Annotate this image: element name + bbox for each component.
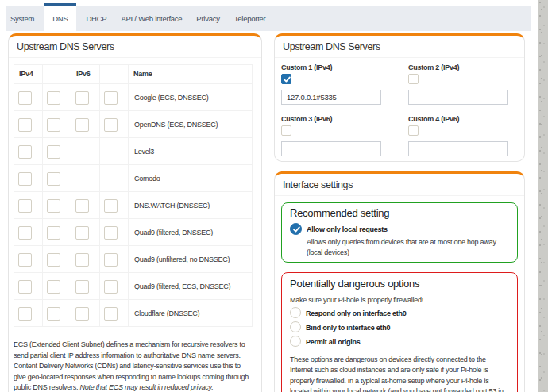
col-header-ipv6: IPv6 bbox=[71, 65, 100, 84]
tab-teleporter[interactable]: Teleporter bbox=[230, 6, 270, 31]
ipv4-checkbox[interactable] bbox=[18, 226, 32, 240]
ipv6-checkbox[interactable] bbox=[75, 118, 89, 132]
tab-system[interactable]: System bbox=[6, 6, 38, 31]
panel-header: Upstream DNS Servers bbox=[9, 36, 261, 58]
checkbox-cell bbox=[100, 84, 129, 111]
checkbox-cell bbox=[14, 192, 43, 219]
checkbox-cell bbox=[14, 111, 43, 138]
ipv6-checkbox[interactable] bbox=[75, 91, 89, 105]
dns-server-name: Comodo bbox=[129, 165, 253, 192]
checkbox-cell bbox=[43, 219, 71, 246]
checkbox-cell bbox=[43, 165, 71, 192]
firewall-warning: Make sure your Pi-hole is properly firew… bbox=[290, 295, 509, 305]
ipv4-checkbox[interactable] bbox=[18, 118, 32, 132]
ecs-note-italic: Note that ECS may result in reduced priv… bbox=[80, 383, 214, 391]
check-icon bbox=[293, 226, 300, 233]
dns-server-row: Google (ECS, DNSSEC) bbox=[14, 84, 253, 111]
custom-dns-checkbox[interactable] bbox=[281, 74, 291, 84]
ipv6-checkbox[interactable] bbox=[104, 199, 118, 213]
ipv4-checkbox[interactable] bbox=[18, 280, 32, 294]
ipv4-checkbox[interactable] bbox=[47, 172, 60, 186]
custom-dns-input[interactable] bbox=[408, 90, 508, 105]
checkbox-cell bbox=[43, 84, 71, 111]
ipv6-checkbox[interactable] bbox=[104, 226, 118, 240]
allow-local-radio[interactable] bbox=[290, 223, 302, 235]
checkbox-cell bbox=[71, 192, 100, 219]
ipv6-checkbox[interactable] bbox=[104, 91, 118, 105]
ipv4-checkbox[interactable] bbox=[47, 307, 60, 321]
ipv4-checkbox[interactable] bbox=[47, 226, 60, 240]
checkbox-cell bbox=[100, 246, 129, 273]
ipv4-checkbox[interactable] bbox=[18, 91, 32, 105]
ipv4-checkbox[interactable] bbox=[47, 253, 60, 267]
checkbox-cell bbox=[100, 219, 129, 246]
radio-row: Respond only on interface eth0 bbox=[290, 307, 509, 318]
checkbox-cell bbox=[71, 84, 100, 111]
desktop-background-strip bbox=[538, 0, 548, 392]
checkbox-cell bbox=[14, 300, 43, 327]
custom-dns-grid: Custom 1 (IPv4)Custom 2 (IPv4)Custom 3 (… bbox=[275, 58, 524, 161]
ipv6-checkbox[interactable] bbox=[104, 307, 118, 321]
ipv4-checkbox[interactable] bbox=[18, 307, 32, 321]
checkbox-cell bbox=[100, 138, 129, 165]
radio-row: Allow only local requests bbox=[290, 223, 509, 235]
ipv4-checkbox[interactable] bbox=[18, 172, 32, 186]
dns-server-name: Quad9 (unfiltered, no DNSSEC) bbox=[129, 246, 253, 273]
checkbox-cell bbox=[71, 111, 100, 138]
ipv6-checkbox[interactable] bbox=[104, 118, 118, 132]
checkbox-cell bbox=[100, 165, 129, 192]
ipv6-checkbox[interactable] bbox=[75, 280, 89, 294]
col-header-ipv6-2 bbox=[100, 65, 129, 84]
checkbox-cell bbox=[100, 300, 129, 327]
ipv6-checkbox[interactable] bbox=[75, 253, 89, 267]
dns-server-row: Quad9 (filtered, ECS, DNSSEC) bbox=[14, 273, 253, 300]
checkbox-cell bbox=[43, 192, 71, 219]
tab-dhcp[interactable]: DHCP bbox=[83, 6, 111, 31]
ipv4-checkbox[interactable] bbox=[47, 199, 60, 213]
custom-dns-checkbox[interactable] bbox=[408, 74, 419, 84]
ipv4-checkbox[interactable] bbox=[18, 253, 32, 267]
dns-server-row: OpenDNS (ECS, DNSSEC) bbox=[14, 111, 253, 138]
ipv4-checkbox[interactable] bbox=[18, 199, 32, 213]
ipv4-checkbox[interactable] bbox=[47, 280, 60, 294]
ipv6-checkbox[interactable] bbox=[75, 226, 89, 240]
custom-dns-input[interactable] bbox=[281, 90, 381, 105]
custom-dns-checkbox[interactable] bbox=[281, 125, 291, 136]
dns-server-name: Cloudflare (DNSSEC) bbox=[129, 300, 253, 327]
dns-server-name: Google (ECS, DNSSEC) bbox=[129, 84, 253, 111]
dns-server-row: Quad9 (filtered, DNSSEC) bbox=[14, 219, 253, 246]
bind-only-to-interface-eth0-radio[interactable] bbox=[290, 321, 301, 332]
checkbox-cell bbox=[100, 273, 129, 300]
ipv6-checkbox[interactable] bbox=[75, 199, 89, 213]
dangerous-options-title: Potentially dangerous options bbox=[290, 279, 509, 290]
ipv6-checkbox[interactable] bbox=[104, 280, 118, 294]
ipv6-checkbox[interactable] bbox=[75, 307, 89, 321]
tab-dns[interactable]: DNS bbox=[44, 3, 75, 31]
check-icon bbox=[284, 76, 291, 83]
tab-privacy[interactable]: Privacy bbox=[192, 6, 223, 31]
custom-dns-label: Custom 3 (IPv6) bbox=[281, 114, 381, 124]
dns-server-name: Quad9 (filtered, ECS, DNSSEC) bbox=[129, 273, 253, 300]
ipv6-checkbox[interactable] bbox=[104, 253, 118, 267]
respond-only-on-interface-eth0-radio[interactable] bbox=[290, 307, 301, 318]
ipv4-checkbox[interactable] bbox=[18, 145, 32, 159]
col-header-name: Name bbox=[129, 65, 253, 84]
custom-dns-input[interactable] bbox=[281, 141, 381, 156]
permit-all-origins-radio[interactable] bbox=[290, 336, 301, 347]
right-column: Upstream DNS Servers Custom 1 (IPv4)Cust… bbox=[274, 33, 525, 392]
col-header-ipv4: IPv4 bbox=[14, 65, 43, 84]
panel-body: Recommended setting Allow only local req… bbox=[275, 196, 524, 392]
dns-server-row: Quad9 (unfiltered, no DNSSEC) bbox=[14, 246, 253, 273]
checkbox-cell bbox=[43, 246, 71, 273]
tab-api-web-interface[interactable]: API / Web interface bbox=[117, 6, 186, 31]
custom-dns-2: Custom 2 (IPv4) bbox=[408, 63, 508, 105]
custom-dns-input[interactable] bbox=[408, 141, 508, 156]
ipv4-checkbox[interactable] bbox=[47, 118, 60, 132]
dns-server-row: Cloudflare (DNSSEC) bbox=[14, 300, 253, 327]
dns-server-name: OpenDNS (ECS, DNSSEC) bbox=[129, 111, 253, 138]
interface-settings-panel: Interface settings Recommended setting A… bbox=[274, 171, 525, 392]
ipv4-checkbox[interactable] bbox=[47, 91, 60, 105]
custom-dns-checkbox[interactable] bbox=[408, 125, 419, 136]
ipv4-checkbox[interactable] bbox=[47, 145, 60, 159]
recommended-setting-box: Recommended setting Allow only local req… bbox=[281, 202, 518, 263]
